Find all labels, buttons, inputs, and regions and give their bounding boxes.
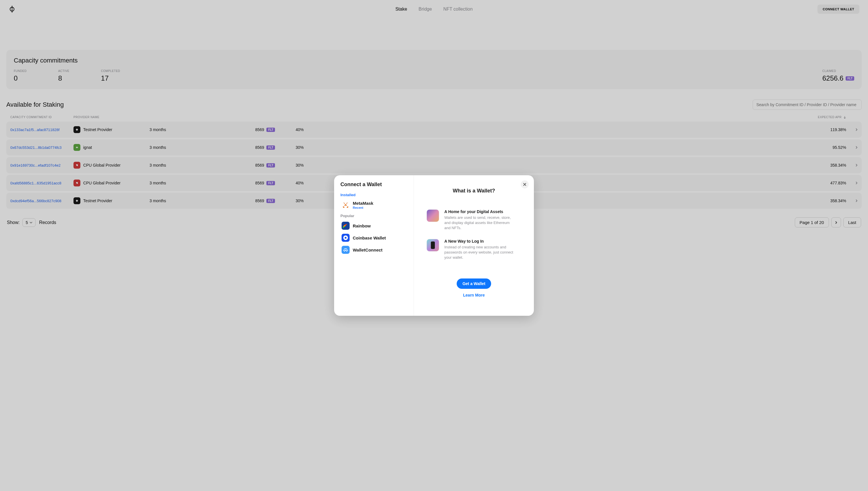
modal-title: Connect a Wallet <box>341 181 411 187</box>
wallet-coinbase[interactable]: Coinbase Wallet <box>341 232 411 236</box>
close-button[interactable] <box>521 180 529 189</box>
modal-info-panel: What is a Wallet? A Home for your Digita… <box>414 175 534 236</box>
popular-label: Popular <box>341 214 411 218</box>
rainbow-icon <box>342 222 350 230</box>
coinbase-name: Coinbase Wallet <box>353 235 386 236</box>
modal-overlay[interactable]: Connect a Wallet Installed MetaMask Rece… <box>0 0 868 236</box>
svg-point-2 <box>343 235 348 236</box>
info-digital-assets: A Home for your Digital Assets Wallets a… <box>420 209 527 231</box>
close-icon <box>523 183 526 186</box>
metamask-icon <box>342 201 350 209</box>
wallet-metamask[interactable]: MetaMask Recent <box>341 199 411 211</box>
connect-wallet-modal: Connect a Wallet Installed MetaMask Rece… <box>334 175 534 236</box>
coinbase-icon <box>342 234 350 236</box>
info1-text: Wallets are used to send, receive, store… <box>444 215 513 231</box>
info-image-assets <box>427 209 439 222</box>
metamask-recent: Recent <box>353 206 374 209</box>
metamask-name: MetaMask <box>353 201 374 206</box>
rainbow-name: Rainbow <box>353 224 371 228</box>
info1-title: A Home for your Digital Assets <box>444 209 513 214</box>
installed-label: Installed <box>341 193 411 197</box>
wallet-rainbow[interactable]: Rainbow <box>341 220 411 231</box>
modal-wallet-list: Connect a Wallet Installed MetaMask Rece… <box>334 175 414 236</box>
modal-right-title: What is a Wallet? <box>453 188 495 194</box>
